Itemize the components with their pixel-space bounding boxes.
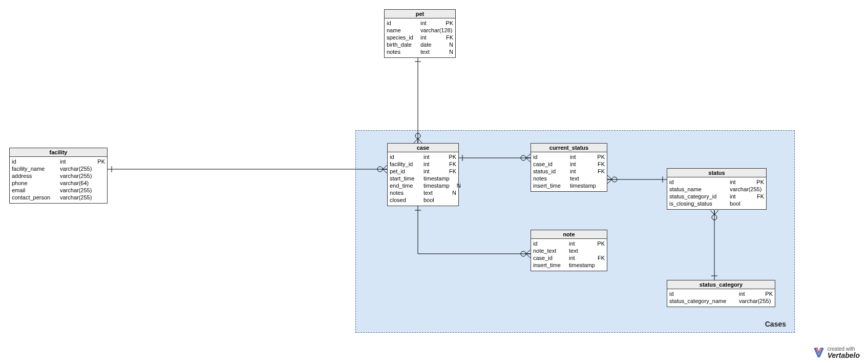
column-name: notes [387,48,416,55]
column-row: idintPK [387,19,453,27]
column-name: insert_time [533,261,565,269]
column-type: timestamp [419,182,450,189]
column-type: varchar(255) [726,186,761,193]
column-type: varchar(64) [56,179,94,187]
column-type: text [565,247,594,254]
column-name: end_time [390,182,419,189]
column-type: int [419,160,445,168]
watermark: created with Vertabelo [813,347,860,359]
column-flag: PK [442,19,453,27]
column-type: date [416,41,442,48]
column-type: int [419,168,445,175]
column-row: notestextN [390,189,456,196]
column-flag [753,200,764,207]
column-flag: FK [594,254,605,261]
entity-pet-title: pet [385,10,455,18]
entity-status-title: status [667,169,766,177]
column-row: idintPK [669,178,764,186]
column-row: idintPK [669,290,773,297]
column-flag [761,186,773,193]
column-flag [94,179,105,187]
column-type: varchar(128) [416,27,452,34]
column-name: case_id [533,254,565,261]
column-row: status_category_idintFK [669,193,764,200]
column-row: idintPK [533,240,605,247]
column-flag: N [445,189,456,196]
column-flag [445,196,456,204]
column-name: id [669,178,726,186]
entity-current-status[interactable]: current_status idintPKcase_idintFKstatus… [531,143,607,192]
column-name: address [12,172,56,179]
entity-status[interactable]: status idintPKstatus_namevarchar(255)sta… [667,168,767,210]
entity-facility-body: idintPKfacility_namevarchar(255)addressv… [10,157,107,203]
column-flag [452,27,463,34]
column-flag: FK [445,168,456,175]
column-row: notestext [533,175,605,182]
region-label: Cases [765,320,786,328]
column-row: note_texttext [533,247,605,254]
column-flag [596,182,607,189]
column-row: namevarchar(128) [387,27,453,34]
entity-case[interactable]: case idintPKfacility_idintFKpet_idintFKs… [387,143,459,206]
column-row: contact_personvarchar(255) [12,194,105,201]
column-name: id [533,240,565,247]
column-type: varchar(255) [56,187,94,194]
column-flag [94,187,105,194]
column-flag [450,175,461,182]
rel-facility-case [108,165,387,173]
column-name: id [12,158,56,165]
column-type: int [419,153,445,160]
column-row: end_timetimestampN [390,182,456,189]
column-type: int [735,290,761,297]
column-flag: N [450,182,461,189]
column-flag: PK [594,240,605,247]
entity-pet-body: idintPKnamevarchar(128)species_idintFKbi… [385,18,455,57]
entity-pet[interactable]: pet idintPKnamevarchar(128)species_idint… [384,9,456,58]
column-row: birth_datedateN [387,41,453,48]
entity-note[interactable]: note idintPKnote_texttextcase_idintFKins… [531,230,607,271]
column-row: status_namevarchar(255) [669,186,764,193]
column-row: case_idintFK [533,254,605,261]
column-name: id [533,153,566,160]
column-flag: FK [442,34,453,41]
column-row: phonevarchar(64) [12,179,105,187]
entity-status-category-title: status_category [667,280,775,289]
column-name: birth_date [387,41,416,48]
column-name: id [387,19,416,27]
column-row: idintPK [12,158,105,165]
column-row: facility_idintFK [390,160,456,168]
column-flag [94,194,105,201]
entity-status-category[interactable]: status_category idintPKstatus_category_n… [667,280,775,307]
column-flag [594,247,605,254]
column-row: notestextN [387,48,453,55]
column-type: int [726,178,753,186]
column-name: note_text [533,247,565,254]
column-row: facility_namevarchar(255) [12,165,105,172]
entity-status-category-body: idintPKstatus_category_namevarchar(255) [667,289,775,307]
column-row: addressvarchar(255) [12,172,105,179]
column-row: closedbool [390,196,456,204]
column-type: int [566,153,594,160]
entity-facility[interactable]: facility idintPKfacility_namevarchar(255… [9,148,108,204]
column-name: phone [12,179,56,187]
entity-status-body: idintPKstatus_namevarchar(255)status_cat… [667,177,766,209]
column-row: start_timetimestamp [390,175,456,182]
column-name: insert_time [533,182,566,189]
column-type: int [565,240,594,247]
column-type: int [726,193,753,200]
column-type: timestamp [566,182,596,189]
column-type: text [566,175,594,182]
column-type: varchar(255) [56,165,94,172]
column-type: int [566,160,594,168]
column-name: start_time [390,175,419,182]
column-type: int [56,158,94,165]
column-flag [595,261,606,269]
column-flag: FK [753,193,764,200]
column-name: status_id [533,168,566,175]
column-flag: N [442,48,453,55]
column-row: insert_timetimestamp [533,261,605,269]
column-row: insert_timetimestamp [533,182,605,189]
column-flag [594,175,605,182]
column-name: notes [533,175,566,182]
column-row: is_closing_statusbool [669,200,764,207]
